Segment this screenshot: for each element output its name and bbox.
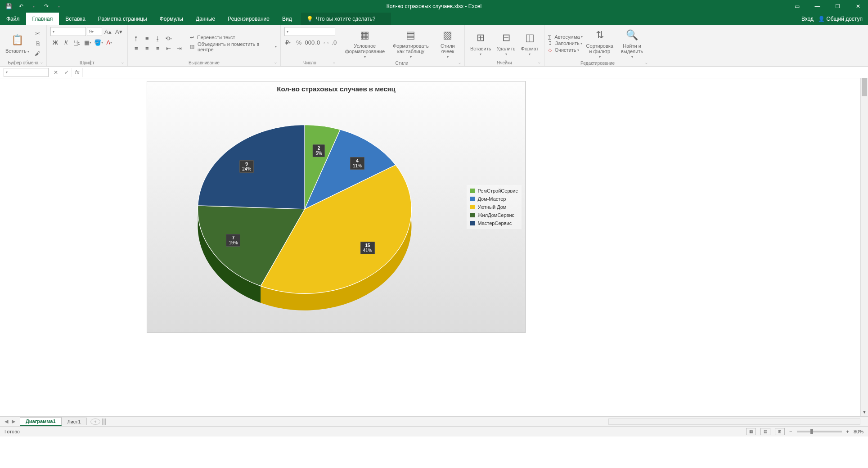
- decrease-decimal-icon[interactable]: ←.0: [326, 38, 336, 47]
- qat-customize-icon[interactable]: [54, 1, 64, 11]
- conditional-formatting-button[interactable]: ▦ Условное форматирование: [343, 27, 387, 60]
- tab-file[interactable]: Файл: [0, 13, 26, 25]
- merge-center-button[interactable]: ▥ Объединить и поместить в центре: [190, 41, 277, 52]
- chart-title[interactable]: Кол-во страховых случаев в месяц: [147, 81, 525, 93]
- find-select-button[interactable]: 🔍 Найти и выделить: [617, 27, 648, 60]
- horizontal-scrollbar[interactable]: [608, 418, 860, 425]
- scroll-thumb[interactable]: [862, 78, 867, 96]
- tab-home[interactable]: Главная: [26, 13, 59, 25]
- number-format-combo[interactable]: [284, 27, 335, 36]
- align-bottom-icon[interactable]: ⭳: [153, 34, 163, 43]
- sign-in-link[interactable]: Вход: [801, 16, 814, 22]
- close-icon[interactable]: ✕: [848, 0, 868, 13]
- tab-view[interactable]: Вид: [276, 13, 298, 25]
- share-button[interactable]: 👤 Общий доступ: [818, 16, 863, 22]
- font-name-combo[interactable]: [50, 27, 86, 36]
- zoom-knob[interactable]: [810, 429, 813, 434]
- minimize-icon[interactable]: —: [807, 0, 828, 13]
- legend-label: Дом-Мастер: [477, 196, 506, 202]
- zoom-in-button[interactable]: +: [846, 429, 849, 434]
- increase-decimal-icon[interactable]: .0→: [315, 38, 325, 47]
- vertical-scrollbar[interactable]: ▲ ▼: [860, 78, 868, 416]
- formula-cancel-icon[interactable]: ✕: [50, 68, 61, 77]
- accounting-format-icon[interactable]: ₽: [283, 38, 293, 47]
- increase-font-icon[interactable]: A▴: [103, 27, 113, 36]
- legend-item[interactable]: ЖилДомСервис: [468, 211, 520, 219]
- align-center-icon[interactable]: ≡: [142, 44, 152, 53]
- align-top-icon[interactable]: ⭱: [131, 34, 141, 43]
- redo-icon[interactable]: ↷: [41, 1, 51, 11]
- slice-data-label: 411%: [350, 157, 364, 170]
- name-box[interactable]: [4, 68, 49, 77]
- insert-function-icon[interactable]: fx: [72, 68, 83, 77]
- copy-icon[interactable]: ⎘: [33, 39, 43, 48]
- font-size-combo[interactable]: 9: [87, 27, 102, 36]
- chart-object[interactable]: Кол-во страховых случаев в месяц 25%411%…: [147, 81, 526, 333]
- pie-chart[interactable]: 25%411%1541%719%924%: [179, 99, 431, 324]
- page-layout-view-icon[interactable]: ▤: [760, 428, 770, 435]
- sheet-tab-other[interactable]: Лист1: [62, 418, 87, 425]
- sheet-nav[interactable]: ◀▶: [0, 418, 20, 424]
- zoom-out-button[interactable]: −: [789, 429, 792, 434]
- format-painter-icon[interactable]: 🖌: [33, 49, 43, 58]
- worksheet-area[interactable]: Кол-во страховых случаев в месяц 25%411%…: [0, 78, 868, 417]
- fill-button[interactable]: ↧ Заполнить: [548, 40, 583, 46]
- autosum-button[interactable]: ∑ Автосумма: [548, 34, 583, 40]
- tell-me-search[interactable]: 💡 Что вы хотите сделать?: [301, 13, 391, 25]
- tab-data[interactable]: Данные: [189, 13, 221, 25]
- align-left-icon[interactable]: ≡: [131, 44, 141, 53]
- lightbulb-icon: 💡: [306, 16, 313, 22]
- align-right-icon[interactable]: ≡: [153, 44, 163, 53]
- save-icon[interactable]: 💾: [4, 1, 13, 11]
- increase-indent-icon[interactable]: ⇥: [175, 44, 184, 53]
- conditional-formatting-label: Условное форматирование: [345, 43, 385, 54]
- legend-item[interactable]: МастерСервис: [468, 219, 520, 227]
- page-break-view-icon[interactable]: ⊞: [775, 428, 785, 435]
- maximize-icon[interactable]: ☐: [828, 0, 848, 13]
- orientation-icon[interactable]: ⟲: [164, 34, 174, 43]
- format-as-table-button[interactable]: ▤ Форматировать как таблицу: [389, 27, 433, 60]
- percent-format-icon[interactable]: %: [294, 38, 304, 47]
- fill-color-icon[interactable]: 🪣: [94, 38, 103, 47]
- sheet-tab-active[interactable]: Диаграмма1: [20, 417, 62, 426]
- legend-item[interactable]: РемСтройСервис: [468, 187, 520, 195]
- tab-review[interactable]: Рецензирование: [221, 13, 276, 25]
- decrease-font-icon[interactable]: A▾: [114, 27, 124, 36]
- bold-button[interactable]: Ж: [50, 38, 60, 47]
- tab-formulas[interactable]: Формулы: [153, 13, 189, 25]
- legend-item[interactable]: Дом-Мастер: [468, 195, 520, 203]
- decrease-indent-icon[interactable]: ⇤: [164, 44, 174, 53]
- sort-filter-icon: ⇅: [593, 28, 607, 42]
- group-cells: ⊞ Вставить ⊟ Удалить ◫ Формат Ячейки: [465, 25, 544, 66]
- border-icon[interactable]: ▦: [83, 38, 93, 47]
- undo-icon[interactable]: ↶: [16, 1, 26, 11]
- wrap-text-button[interactable]: ↩ Перенести текст: [190, 35, 277, 40]
- tab-insert[interactable]: Вставка: [59, 13, 92, 25]
- format-cells-button[interactable]: ◫ Формат: [519, 30, 540, 57]
- formula-enter-icon[interactable]: ✓: [61, 68, 72, 77]
- merge-label: Объединить и поместить в центре: [198, 41, 274, 52]
- cut-icon[interactable]: ✂: [33, 29, 43, 38]
- align-middle-icon[interactable]: ≡: [142, 34, 152, 43]
- underline-button[interactable]: Ч: [72, 38, 82, 47]
- delete-cells-button[interactable]: ⊟ Удалить: [495, 30, 517, 57]
- zoom-slider[interactable]: [797, 431, 842, 432]
- new-sheet-button[interactable]: +: [90, 418, 100, 425]
- insert-cells-button[interactable]: ⊞ Вставить: [468, 30, 493, 57]
- legend-item[interactable]: Уютный Дом: [468, 203, 520, 211]
- undo-dropdown-icon[interactable]: [29, 1, 39, 11]
- chart-legend[interactable]: РемСтройСервисДом-МастерУютный ДомЖилДом…: [467, 185, 522, 229]
- paste-button[interactable]: 📋 Вставить: [4, 32, 31, 54]
- zoom-level[interactable]: 80%: [854, 429, 864, 434]
- italic-button[interactable]: К: [61, 38, 71, 47]
- clear-button[interactable]: ◇ Очистить: [548, 47, 583, 53]
- ribbon-options-icon[interactable]: ▭: [787, 0, 807, 13]
- tab-page-layout[interactable]: Разметка страницы: [92, 13, 153, 25]
- cell-styles-button[interactable]: ▧ Стили ячеек: [435, 27, 461, 60]
- sort-filter-button[interactable]: ⇅ Сортировка и фильтр: [585, 27, 615, 60]
- tab-splitter[interactable]: [102, 418, 106, 425]
- font-color-icon[interactable]: A: [104, 38, 114, 47]
- comma-format-icon[interactable]: 000: [305, 38, 315, 47]
- normal-view-icon[interactable]: ▦: [746, 428, 756, 435]
- scroll-down-icon[interactable]: ▼: [861, 409, 868, 416]
